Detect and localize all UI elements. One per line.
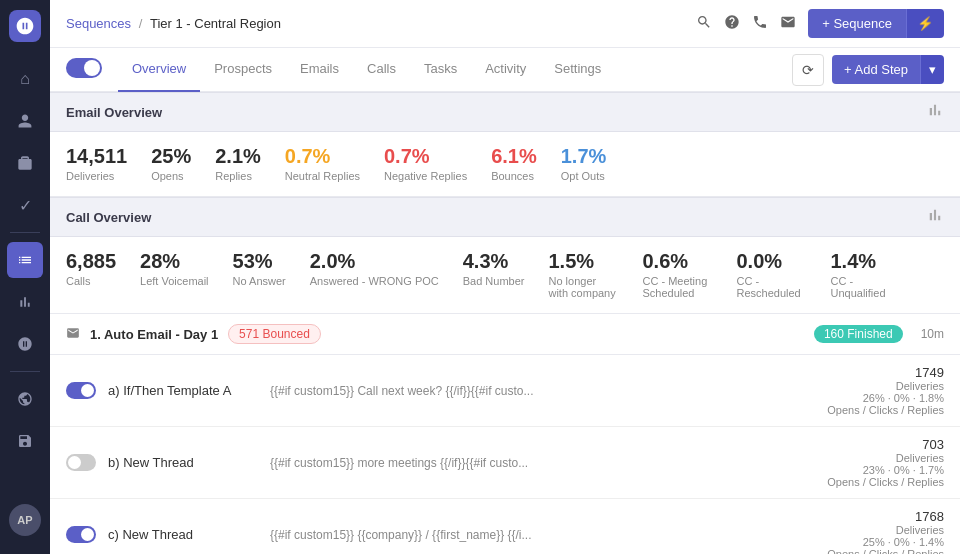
help-icon[interactable] (724, 14, 740, 34)
stat-neutral-label: Neutral Replies (285, 170, 360, 182)
stat-negative-replies: 0.7% Negative Replies (384, 144, 467, 182)
sidebar-divider-2 (10, 371, 40, 372)
stat-bounces: 6.1% Bounces (491, 144, 537, 182)
tab-prospects[interactable]: Prospects (200, 48, 286, 92)
email-overview-header: Email Overview (50, 92, 960, 132)
stat-voicemail-value: 28% (140, 249, 208, 273)
stat-badnumber-value: 4.3% (463, 249, 525, 273)
sidebar-home[interactable]: ⌂ (7, 61, 43, 97)
nav-tabs: Overview Prospects Emails Calls Tasks Ac… (50, 48, 960, 92)
stat-neutral-replies: 0.7% Neutral Replies (285, 144, 360, 182)
template-b-name[interactable]: b) New Thread (108, 455, 258, 470)
template-row-a: a) If/Then Template A {{#if custom15}} C… (50, 355, 960, 427)
auto-email-title: 1. Auto Email - Day 1 (90, 327, 218, 342)
search-icon[interactable] (696, 14, 712, 34)
sidebar-briefcase[interactable] (7, 145, 43, 181)
stat-wrongpoc-label: Answered - WRONG POC (310, 275, 439, 287)
stat-ccreschedule-label: CC - Rescheduled (736, 275, 806, 299)
email-chart-icon[interactable] (926, 101, 944, 123)
phone-icon[interactable] (752, 14, 768, 34)
app-logo (9, 10, 41, 42)
template-b-toggle[interactable] (66, 454, 96, 471)
tab-overview[interactable]: Overview (118, 48, 200, 92)
stat-wrongpoc-value: 2.0% (310, 249, 439, 273)
template-a-meta-label: Deliveries (827, 380, 944, 392)
stat-ccunqualified-value: 1.4% (830, 249, 900, 273)
call-stats-row: 6,885 Calls 28% Left Voicemail 53% No An… (50, 237, 960, 314)
template-c-ocr: 25% · 0% · 1.4% (827, 536, 944, 548)
stat-optouts-value: 1.7% (561, 144, 607, 168)
template-b-deliveries: 703 (827, 437, 944, 452)
sidebar-divider-1 (10, 232, 40, 233)
sequence-toggle[interactable] (66, 58, 102, 78)
template-b-preview: {{#if custom15}} more meetings {{/if}}{{… (270, 456, 815, 470)
sidebar-save[interactable] (7, 423, 43, 459)
stat-no-longer: 1.5% No longer with company (548, 249, 618, 299)
overview-content: Email Overview 14,511 Deliveries 25% Ope… (50, 92, 960, 554)
template-c-ocr-label: Opens / Clicks / Replies (827, 548, 944, 554)
stat-noanswer-label: No Answer (233, 275, 286, 287)
stat-opt-outs: 1.7% Opt Outs (561, 144, 607, 182)
template-c-stats: 1768 Deliveries 25% · 0% · 1.4% Opens / … (827, 509, 944, 554)
sidebar-analytics[interactable] (7, 284, 43, 320)
email-overview-title: Email Overview (66, 105, 162, 120)
stat-deliveries: 14,511 Deliveries (66, 144, 127, 182)
sidebar-tasks[interactable]: ✓ (7, 187, 43, 223)
template-c-toggle[interactable] (66, 526, 96, 543)
call-overview-header: Call Overview (50, 197, 960, 237)
stat-calls: 6,885 Calls (66, 249, 116, 299)
stat-negative-value: 0.7% (384, 144, 467, 168)
tab-tasks[interactable]: Tasks (410, 48, 471, 92)
stat-calls-value: 6,885 (66, 249, 116, 273)
sequence-toggle-wrap (66, 58, 102, 81)
sidebar-globe[interactable] (7, 381, 43, 417)
sidebar-contacts[interactable] (7, 326, 43, 362)
add-step-arrow-btn[interactable]: ▾ (920, 55, 944, 84)
call-chart-icon[interactable] (926, 206, 944, 228)
sidebar-sequences[interactable] (7, 242, 43, 278)
finished-badge: 160 Finished (814, 325, 903, 343)
template-c-name[interactable]: c) New Thread (108, 527, 258, 542)
add-step-button[interactable]: + Add Step (832, 55, 920, 84)
stat-cc-meeting: 0.6% CC - Meeting Scheduled (642, 249, 712, 299)
new-sequence-lightning-btn[interactable]: ⚡ (906, 9, 944, 38)
stat-cc-rescheduled: 0.0% CC - Rescheduled (736, 249, 806, 299)
stat-bounces-label: Bounces (491, 170, 537, 182)
sidebar-users[interactable] (7, 103, 43, 139)
stat-left-voicemail: 28% Left Voicemail (140, 249, 208, 299)
new-sequence-button[interactable]: + Sequence (808, 9, 906, 38)
stat-ccunqualified-label: CC - Unqualified (830, 275, 900, 299)
tab-activity[interactable]: Activity (471, 48, 540, 92)
template-a-name[interactable]: a) If/Then Template A (108, 383, 258, 398)
auto-email-row: 1. Auto Email - Day 1 571 Bounced 160 Fi… (50, 314, 960, 355)
stat-ccmeeting-value: 0.6% (642, 249, 712, 273)
tab-emails[interactable]: Emails (286, 48, 353, 92)
stat-neutral-value: 0.7% (285, 144, 360, 168)
template-c-meta-label: Deliveries (827, 524, 944, 536)
template-c-preview: {{#if custom15}} {{company}} / {{first_n… (270, 528, 815, 542)
bounced-badge: 571 Bounced (228, 324, 321, 344)
stat-bad-number: 4.3% Bad Number (463, 249, 525, 299)
new-sequence-btn-wrap: + Sequence ⚡ (808, 9, 944, 38)
user-avatar[interactable]: AP (9, 504, 41, 536)
tab-settings[interactable]: Settings (540, 48, 615, 92)
template-b-ocr: 23% · 0% · 1.7% (827, 464, 944, 476)
template-b-meta-label: Deliveries (827, 452, 944, 464)
template-b-stats: 703 Deliveries 23% · 0% · 1.7% Opens / C… (827, 437, 944, 488)
template-a-ocr-label: Opens / Clicks / Replies (827, 404, 944, 416)
tab-calls[interactable]: Calls (353, 48, 410, 92)
auto-email-time: 10m (921, 327, 944, 341)
breadcrumb: Sequences / Tier 1 - Central Region (66, 16, 281, 31)
breadcrumb-root[interactable]: Sequences (66, 16, 131, 31)
template-a-ocr: 26% · 0% · 1.8% (827, 392, 944, 404)
stat-replies-label: Replies (215, 170, 261, 182)
email-icon[interactable] (780, 14, 796, 34)
stat-opens-label: Opens (151, 170, 191, 182)
template-a-toggle[interactable] (66, 382, 96, 399)
email-envelope-icon (66, 326, 80, 343)
stat-nolonger-label: No longer with company (548, 275, 618, 299)
main-content: Sequences / Tier 1 - Central Region + Se… (50, 0, 960, 554)
stat-opens-value: 25% (151, 144, 191, 168)
refresh-button[interactable]: ⟳ (792, 54, 824, 86)
stat-nolonger-value: 1.5% (548, 249, 618, 273)
